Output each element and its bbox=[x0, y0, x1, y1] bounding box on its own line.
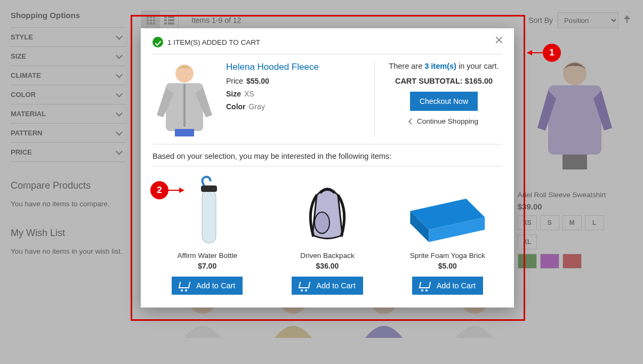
reco-name[interactable]: Driven Backpack bbox=[272, 252, 382, 260]
reco-price: $36.00 bbox=[272, 262, 382, 270]
checkout-button[interactable]: Checkout Now bbox=[410, 92, 478, 111]
reco-price: $7.00 bbox=[152, 262, 262, 270]
callout-arrow-icon bbox=[528, 52, 543, 53]
callout-1: 1 bbox=[543, 44, 561, 62]
callout-2: 2 bbox=[150, 181, 168, 199]
reco-name[interactable]: Affirm Water Bottle bbox=[152, 252, 262, 260]
cart-count-link[interactable]: 3 item(s) bbox=[424, 62, 456, 70]
reco-item: Sprite Foam Yoga Brick $5.00 Add to Cart bbox=[393, 174, 502, 295]
reco-image bbox=[393, 174, 502, 248]
added-to-cart-modal: 1 ITEM(S) ADDED TO CART Helena Hooded Fl… bbox=[141, 28, 514, 308]
chevron-left-icon bbox=[408, 118, 414, 124]
reco-item: Driven Backpack $36.00 Add to Cart bbox=[272, 174, 382, 295]
added-product-image bbox=[152, 62, 216, 136]
added-product-link[interactable]: Helena Hooded Fleece bbox=[226, 62, 319, 72]
svg-rect-10 bbox=[175, 129, 194, 136]
continue-shopping-link[interactable]: Continue Shopping bbox=[409, 117, 478, 125]
close-icon[interactable] bbox=[495, 36, 503, 44]
reco-price: $5.00 bbox=[393, 262, 502, 270]
check-icon bbox=[152, 37, 163, 47]
svg-point-13 bbox=[315, 212, 329, 233]
recommendations-heading: Based on your selection, you may be inte… bbox=[152, 144, 502, 166]
add-to-cart-button[interactable]: Add to Cart bbox=[292, 277, 363, 295]
callout-arrow-icon bbox=[168, 190, 183, 191]
reco-name[interactable]: Sprite Foam Yoga Brick bbox=[393, 252, 502, 260]
modal-title: 1 ITEM(S) ADDED TO CART bbox=[167, 38, 260, 46]
cart-icon bbox=[420, 281, 431, 290]
svg-rect-11 bbox=[202, 190, 216, 243]
reco-image bbox=[272, 174, 382, 248]
add-to-cart-button[interactable]: Add to Cart bbox=[172, 277, 243, 295]
add-to-cart-button[interactable]: Add to Cart bbox=[412, 277, 483, 295]
cart-icon bbox=[299, 281, 311, 290]
svg-rect-12 bbox=[201, 185, 217, 192]
svg-rect-8 bbox=[183, 84, 186, 127]
cart-icon bbox=[179, 281, 191, 290]
cart-subtotal: CART SUBTOTAL: $165.00 bbox=[395, 77, 493, 85]
cart-count-line: There are 3 item(s) in your cart. bbox=[389, 62, 499, 70]
